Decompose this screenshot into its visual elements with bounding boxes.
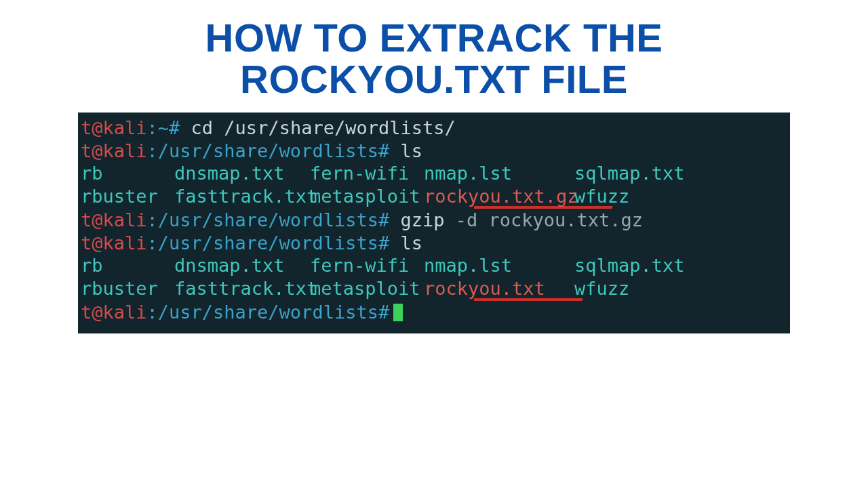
terminal-container: t@kali:~# cd /usr/share/wordlists/ t@kal… xyxy=(78,113,790,333)
cursor-icon xyxy=(393,304,403,321)
file-nmap-lst: nmap.lst xyxy=(424,254,574,277)
title-line-1: HOW TO EXTRACK THE xyxy=(0,18,868,59)
file-wfuzz: wfuzz xyxy=(574,186,629,207)
file-nmap-lst: nmap.lst xyxy=(424,162,574,185)
prompt-user-host: t@kali xyxy=(81,117,147,138)
prompt-path-wl: :/usr/share/wordlists# xyxy=(147,232,390,253)
prompt-path-wl: :/usr/share/wordlists# xyxy=(147,209,390,230)
file-wfuzz: wfuzz xyxy=(574,278,629,299)
file-metasploit: metasploit xyxy=(310,277,424,300)
file-rbuster: rbuster xyxy=(81,185,174,208)
ls2-row2: rbusterfasttrack.txtmetasploitrockyou.tx… xyxy=(78,277,790,300)
file-rockyou-gz: rockyou.txt.gz xyxy=(424,185,574,208)
file-rb: rb xyxy=(81,162,174,185)
file-metasploit: metasploit xyxy=(310,185,424,208)
file-fasttrack: fasttrack.txt xyxy=(174,277,310,300)
prompt-user-host: t@kali xyxy=(81,302,147,323)
terminal[interactable]: t@kali:~# cd /usr/share/wordlists/ t@kal… xyxy=(78,113,790,333)
file-dnsmap: dnsmap.txt xyxy=(174,254,310,277)
file-rb: rb xyxy=(81,254,174,277)
cmd-gzip: gzip xyxy=(400,209,444,230)
ls1-row1: rbdnsmap.txtfern-wifinmap.lstsqlmap.txt xyxy=(78,162,790,185)
prompt-line-ls1: t@kali:/usr/share/wordlists# ls xyxy=(78,140,790,163)
file-fern-wifi: fern-wifi xyxy=(310,254,424,277)
file-sqlmap: sqlmap.txt xyxy=(574,163,685,184)
page-title: HOW TO EXTRACK THE ROCKYOU.TXT FILE xyxy=(0,0,868,107)
file-dnsmap: dnsmap.txt xyxy=(174,162,310,185)
arg-rockyou-gz: rockyou.txt.gz xyxy=(489,209,644,230)
flag-d: -d xyxy=(456,209,478,230)
cmd-ls: ls xyxy=(400,232,422,253)
prompt-user-host: t@kali xyxy=(81,232,147,253)
title-line-2: ROCKYOU.TXT FILE xyxy=(0,59,868,100)
file-rbuster: rbuster xyxy=(81,277,174,300)
cmd-ls: ls xyxy=(400,140,422,161)
prompt-line-idle: t@kali:/usr/share/wordlists# xyxy=(78,301,790,324)
file-rockyou-txt: rockyou.txt xyxy=(424,277,574,300)
prompt-path-home: :~# xyxy=(147,117,180,138)
file-fasttrack: fasttrack.txt xyxy=(174,185,310,208)
prompt-path-wl: :/usr/share/wordlists# xyxy=(147,302,390,323)
cmd-cd: cd /usr/share/wordlists/ xyxy=(191,117,456,138)
file-fern-wifi: fern-wifi xyxy=(310,162,424,185)
prompt-user-host: t@kali xyxy=(81,209,147,230)
prompt-user-host: t@kali xyxy=(81,140,147,161)
prompt-line-cd: t@kali:~# cd /usr/share/wordlists/ xyxy=(78,117,790,140)
file-sqlmap: sqlmap.txt xyxy=(574,255,685,276)
ls1-row2: rbusterfasttrack.txtmetasploitrockyou.tx… xyxy=(78,185,790,208)
ls2-row1: rbdnsmap.txtfern-wifinmap.lstsqlmap.txt xyxy=(78,254,790,277)
prompt-path-wl: :/usr/share/wordlists# xyxy=(147,140,390,161)
prompt-line-ls2: t@kali:/usr/share/wordlists# ls xyxy=(78,232,790,255)
prompt-line-gzip: t@kali:/usr/share/wordlists# gzip -d roc… xyxy=(78,209,790,232)
